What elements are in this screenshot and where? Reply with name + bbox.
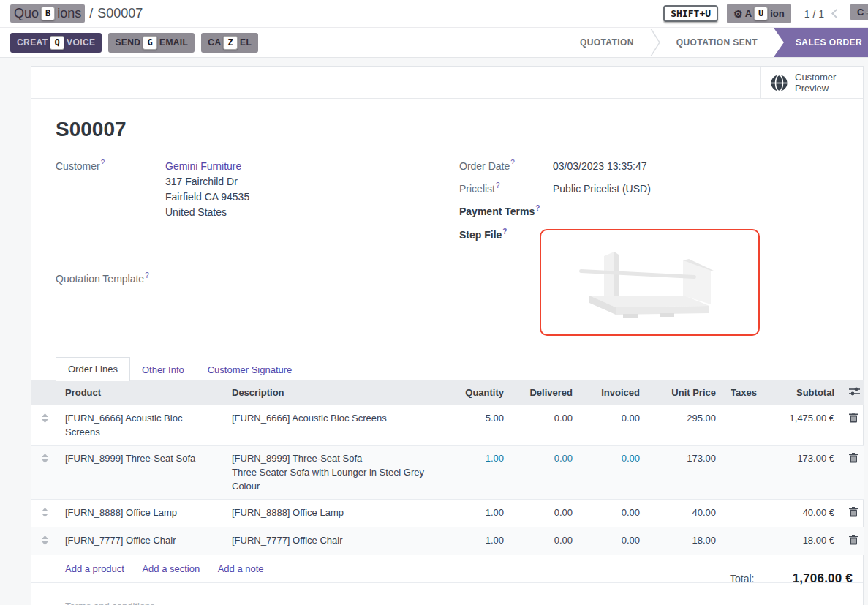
corner-button[interactable]: C xyxy=(850,4,868,20)
delete-row-cell xyxy=(842,446,864,500)
cell-delivered[interactable]: 0.00 xyxy=(511,500,580,527)
col-delivered[interactable]: Delivered xyxy=(511,380,580,405)
table-row[interactable]: [FURN_6666] Acoustic Bloc Screens [FURN_… xyxy=(31,405,864,446)
cell-taxes[interactable] xyxy=(723,527,760,555)
stat-button-row: Customer Preview xyxy=(31,67,863,99)
step-file-image xyxy=(540,229,760,336)
cell-quantity[interactable]: 1.00 xyxy=(444,527,511,555)
cancel-pre: CA xyxy=(208,37,221,48)
drag-handle-icon[interactable] xyxy=(31,405,58,446)
breadcrumb-app-link[interactable]: QuoBions xyxy=(10,4,85,23)
cell-invoiced[interactable]: 0.00 xyxy=(580,500,647,527)
create-invoice-pre: CREAT xyxy=(17,37,48,48)
cell-description[interactable]: [FURN_8888] Office Lamp xyxy=(224,500,444,527)
cell-taxes[interactable] xyxy=(723,405,760,446)
cell-invoiced[interactable]: 0.00 xyxy=(580,405,647,446)
cell-unit-price[interactable]: 40.00 xyxy=(647,500,723,527)
customer-preview-button[interactable]: Customer Preview xyxy=(760,67,863,99)
cell-unit-price[interactable]: 18.00 xyxy=(647,527,723,555)
action-menu-button[interactable]: ⚙AUion xyxy=(727,4,791,23)
status-quotation-sent[interactable]: QUOTATION SENT xyxy=(660,28,774,57)
order-date-label: Order Date? xyxy=(459,159,553,174)
cell-product[interactable]: [FURN_7777] Office Chair xyxy=(58,527,224,555)
corner-label: C xyxy=(857,7,864,18)
globe-icon xyxy=(770,74,788,92)
quotation-template-field[interactable]: Quotation Template? xyxy=(56,271,249,285)
status-separator-icon xyxy=(650,29,660,56)
payment-terms-field[interactable]: Payment Terms? xyxy=(459,204,651,217)
cell-subtotal: 173.00 € xyxy=(760,446,842,500)
fields-left-column: Customer? Gemini Furniture 317 Fairchild… xyxy=(56,159,249,292)
order-date-field: Order Date? 03/03/2023 13:35:47 xyxy=(459,159,651,174)
table-row[interactable]: [FURN_8888] Office Lamp [FURN_8888] Offi… xyxy=(31,500,864,527)
drag-handle-icon[interactable] xyxy=(31,500,58,527)
cell-subtotal: 1,475.00 € xyxy=(760,405,842,446)
trash-icon[interactable] xyxy=(849,453,858,467)
gear-icon: ⚙ xyxy=(733,8,743,20)
order-total: Total: 1,706.00 € xyxy=(730,563,853,586)
cancel-button[interactable]: CAZEL xyxy=(201,33,258,53)
drag-handle-icon[interactable] xyxy=(31,527,58,555)
help-icon: ? xyxy=(510,159,515,167)
col-taxes[interactable]: Taxes xyxy=(723,380,760,405)
cell-delivered[interactable]: 0.00 xyxy=(511,446,580,500)
customer-preview-line2: Preview xyxy=(795,83,829,94)
pager-previous-icon[interactable] xyxy=(831,9,841,18)
cell-unit-price[interactable]: 295.00 xyxy=(647,405,723,446)
shortcut-keycap: SHIFT+U xyxy=(663,5,718,22)
customer-address-line1: 317 Fairchild Dr xyxy=(165,176,238,187)
cell-quantity[interactable]: 1.00 xyxy=(444,446,511,500)
customer-preview-line1: Customer xyxy=(795,72,836,83)
breadcrumb-app-post: ions xyxy=(57,6,81,21)
tab-customer-signature[interactable]: Customer Signature xyxy=(196,358,304,381)
cell-unit-price[interactable]: 173.00 xyxy=(647,446,723,500)
optional-columns-icon[interactable] xyxy=(849,387,860,396)
status-quotation[interactable]: QUOTATION xyxy=(564,28,650,57)
tab-other-info[interactable]: Other Info xyxy=(130,358,196,381)
cell-description[interactable]: [FURN_7777] Office Chair xyxy=(224,527,444,555)
customer-link[interactable]: Gemini Furniture xyxy=(165,160,241,172)
breadcrumb-app-pre: Quo xyxy=(14,6,39,21)
cell-taxes[interactable] xyxy=(723,500,760,527)
terms-and-conditions-input[interactable]: Terms and conditions... xyxy=(65,601,863,605)
tab-order-lines[interactable]: Order Lines xyxy=(56,357,130,381)
pricelist-label: Pricelist? xyxy=(459,181,553,197)
trash-icon[interactable] xyxy=(849,413,858,426)
col-unit-price[interactable]: Unit Price xyxy=(647,380,723,405)
step-file-3d-model xyxy=(573,240,727,325)
col-product[interactable]: Product xyxy=(58,380,224,405)
add-section-link[interactable]: Add a section xyxy=(142,563,200,574)
send-email-pre: SEND xyxy=(115,37,140,48)
cell-delivered[interactable]: 0.00 xyxy=(511,527,580,555)
add-note-link[interactable]: Add a note xyxy=(218,563,264,574)
cell-description[interactable]: [FURN_6666] Acoustic Bloc Screens xyxy=(224,405,444,446)
cell-invoiced[interactable]: 0.00 xyxy=(580,527,647,555)
col-subtotal[interactable]: Subtotal xyxy=(760,380,842,405)
trash-icon[interactable] xyxy=(849,535,858,549)
table-row[interactable]: [FURN_7777] Office Chair [FURN_7777] Off… xyxy=(31,527,864,555)
cell-description[interactable]: [FURN_8999] Three-Seat SofaThree Seater … xyxy=(224,446,444,500)
hint-badge-z: Z xyxy=(223,36,238,50)
cell-taxes[interactable] xyxy=(723,446,760,500)
drag-handle-icon[interactable] xyxy=(31,446,58,500)
notebook-tabs: Order Lines Other Info Customer Signatur… xyxy=(56,357,303,381)
col-quantity[interactable]: Quantity xyxy=(444,380,511,405)
cell-quantity[interactable]: 5.00 xyxy=(444,405,511,446)
top-bar: QuoBions / S00007 SHIFT+U ⚙AUion 1 / 1 C xyxy=(0,0,868,28)
cell-quantity[interactable]: 1.00 xyxy=(444,500,511,527)
app-window: QuoBions / S00007 SHIFT+U ⚙AUion 1 / 1 C… xyxy=(0,0,868,605)
cell-product[interactable]: [FURN_6666] Acoustic Bloc Screens xyxy=(58,405,224,446)
cell-product[interactable]: [FURN_8888] Office Lamp xyxy=(58,500,224,527)
status-sales-order[interactable]: SALES ORDER xyxy=(774,28,868,57)
col-invoiced[interactable]: Invoiced xyxy=(580,380,647,405)
add-product-link[interactable]: Add a product xyxy=(65,563,124,574)
cell-invoiced[interactable]: 0.00 xyxy=(580,446,647,500)
col-description[interactable]: Description xyxy=(224,380,444,405)
cell-delivered[interactable]: 0.00 xyxy=(511,405,580,446)
cell-product[interactable]: [FURN_8999] Three-Seat Sofa xyxy=(58,446,224,500)
send-email-button[interactable]: SENDGEMAIL xyxy=(108,33,195,53)
trash-icon[interactable] xyxy=(849,507,858,521)
create-invoice-button[interactable]: CREATQVOICE xyxy=(10,33,102,53)
handle-column-header xyxy=(31,380,58,405)
table-row[interactable]: [FURN_8999] Three-Seat Sofa [FURN_8999] … xyxy=(31,446,864,500)
